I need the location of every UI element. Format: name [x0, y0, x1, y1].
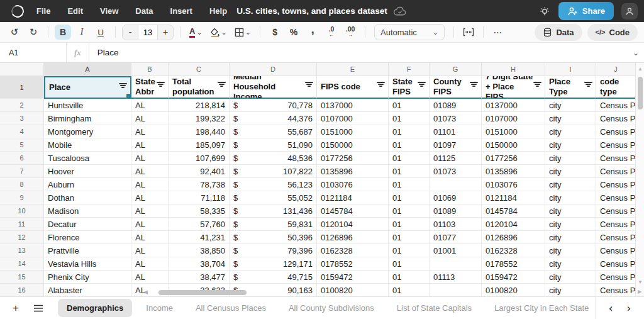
cell-C15[interactable]: 38,477 [169, 271, 230, 284]
cell-H13[interactable]: 0162328 [482, 244, 545, 257]
cell-A14[interactable]: Vestavia Hills [44, 257, 131, 271]
cell-D10[interactable]: $131,436 [230, 204, 317, 218]
cell-A8[interactable]: Auburn [44, 178, 131, 191]
cell-E15[interactable]: 0159472 [317, 271, 389, 284]
menu-insert[interactable]: Insert [170, 6, 192, 16]
cell-I2[interactable]: city [545, 99, 596, 112]
menu-edit[interactable]: Edit [67, 6, 83, 16]
text-color-button[interactable]: A⌄ [187, 25, 205, 40]
cell-G16[interactable] [430, 284, 482, 296]
cell-E14[interactable]: 0178552 [317, 257, 389, 271]
cell-I15[interactable]: city [545, 271, 596, 284]
selection-fill-handle[interactable] [126, 93, 131, 98]
menu-view[interactable]: View [100, 6, 118, 16]
cell-I5[interactable]: city [545, 138, 596, 152]
cell-I16[interactable]: city [545, 284, 596, 296]
vertical-scroll-thumb[interactable] [638, 77, 643, 109]
cell-E13[interactable]: 0162328 [317, 244, 389, 257]
cell-C14[interactable]: 38,704 [169, 257, 230, 271]
tab-prev-button[interactable]: ‹ [609, 302, 613, 315]
cell-B6[interactable]: AL [131, 152, 169, 165]
cell-F6[interactable]: 01 [389, 152, 430, 165]
cell-I7[interactable]: city [545, 165, 596, 178]
cell-G6[interactable]: 01125 [430, 152, 482, 165]
cell-A5[interactable]: Mobile [44, 138, 131, 152]
cell-C10[interactable]: 58,335 [169, 204, 230, 218]
cell-H7[interactable]: 0135896 [482, 165, 545, 178]
cell-D4[interactable]: $55,687 [230, 125, 317, 138]
row-number-11[interactable]: 11 [0, 218, 44, 231]
cell-F3[interactable]: 01 [389, 112, 430, 125]
undo-button[interactable]: ↺ [6, 25, 23, 40]
filter-icon[interactable] [377, 82, 385, 87]
filter-icon[interactable] [119, 83, 127, 89]
font-size-value[interactable]: 13 [138, 25, 158, 40]
row-number-14[interactable]: 14 [0, 257, 44, 271]
cell-F10[interactable]: 01 [389, 204, 430, 218]
cell-H5[interactable]: 0150000 [482, 138, 545, 152]
cell-H8[interactable]: 0103076 [482, 178, 545, 191]
cell-E6[interactable]: 0177256 [317, 152, 389, 165]
cell-G12[interactable]: 01077 [430, 231, 482, 244]
cell-E3[interactable]: 0107000 [317, 112, 389, 125]
scroll-up-arrow-icon[interactable]: ▲ [638, 66, 643, 72]
cell-E2[interactable]: 0137000 [317, 99, 389, 112]
cell-B4[interactable]: AL [131, 125, 169, 138]
cell-A10[interactable]: Madison [44, 204, 131, 218]
cell-A3[interactable]: Birmingham [44, 112, 131, 125]
column-header-A[interactable]: A [44, 63, 131, 76]
cell-D9[interactable]: $55,052 [230, 191, 317, 204]
cell-F14[interactable]: 01 [389, 257, 430, 271]
cell-E7[interactable]: 0135896 [317, 165, 389, 178]
cell-G2[interactable]: 01089 [430, 99, 482, 112]
filter-icon[interactable] [470, 82, 478, 87]
account-avatar-button[interactable] [621, 3, 638, 20]
cell-B10[interactable]: AL [131, 204, 169, 218]
sheet-list-button[interactable] [29, 299, 48, 317]
cell-D13[interactable]: $79,396 [230, 244, 317, 257]
header-cell-H[interactable]: 7 Digit State + Place FIPS [482, 76, 545, 99]
cell-E11[interactable]: 0120104 [317, 218, 389, 231]
cell-F7[interactable]: 01 [389, 165, 430, 178]
row-number-3[interactable]: 3 [0, 112, 44, 125]
cell-G4[interactable]: 01101 [430, 125, 482, 138]
cell-C4[interactable]: 198,440 [169, 125, 230, 138]
cell-D6[interactable]: $48,536 [230, 152, 317, 165]
fill-color-button[interactable]: ⌄ [208, 25, 230, 40]
scroll-down-arrow-icon[interactable]: ▼ [638, 279, 643, 285]
underline-button[interactable]: U [92, 25, 109, 40]
cell-H2[interactable]: 0137000 [482, 99, 545, 112]
cell-F11[interactable]: 01 [389, 218, 430, 231]
cell-name-box[interactable]: A1 [0, 43, 67, 62]
cell-E12[interactable]: 0126896 [317, 231, 389, 244]
cell-I8[interactable]: city [545, 178, 596, 191]
cell-D14[interactable]: $129,171 [230, 257, 317, 271]
tab-demographics[interactable]: Demographics [58, 299, 132, 317]
row-number-2[interactable]: 2 [0, 99, 44, 112]
more-options-button[interactable]: ⋯ [490, 25, 506, 40]
row-number-15[interactable]: 15 [0, 271, 44, 284]
cell-A7[interactable]: Hoover [44, 165, 131, 178]
cell-H12[interactable]: 0126896 [482, 231, 545, 244]
cell-I3[interactable]: city [545, 112, 596, 125]
header-cell-A[interactable]: Place [44, 76, 131, 99]
borders-button[interactable]: ⌄ [232, 25, 253, 40]
cell-C6[interactable]: 107,699 [169, 152, 230, 165]
cell-J15[interactable]: Census Pla [596, 271, 635, 284]
cell-J7[interactable]: Census Pla [596, 165, 635, 178]
cell-I14[interactable]: city [545, 257, 596, 271]
currency-format-button[interactable]: $ [267, 25, 283, 40]
cell-D15[interactable]: $49,715 [230, 271, 317, 284]
cell-A6[interactable]: Tuscaloosa [44, 152, 131, 165]
share-button[interactable]: Share [558, 2, 614, 20]
column-header-H[interactable]: H [482, 63, 545, 76]
cell-H9[interactable]: 0121184 [482, 191, 545, 204]
cell-G13[interactable]: 01001 [430, 244, 482, 257]
cell-A2[interactable]: Huntsville [44, 99, 131, 112]
column-header-J[interactable]: J [596, 63, 635, 76]
menu-file[interactable]: File [36, 6, 50, 16]
cell-H4[interactable]: 0151000 [482, 125, 545, 138]
filter-icon[interactable] [418, 82, 426, 87]
row-number-10[interactable]: 10 [0, 204, 44, 218]
app-logo-icon[interactable] [9, 3, 26, 20]
